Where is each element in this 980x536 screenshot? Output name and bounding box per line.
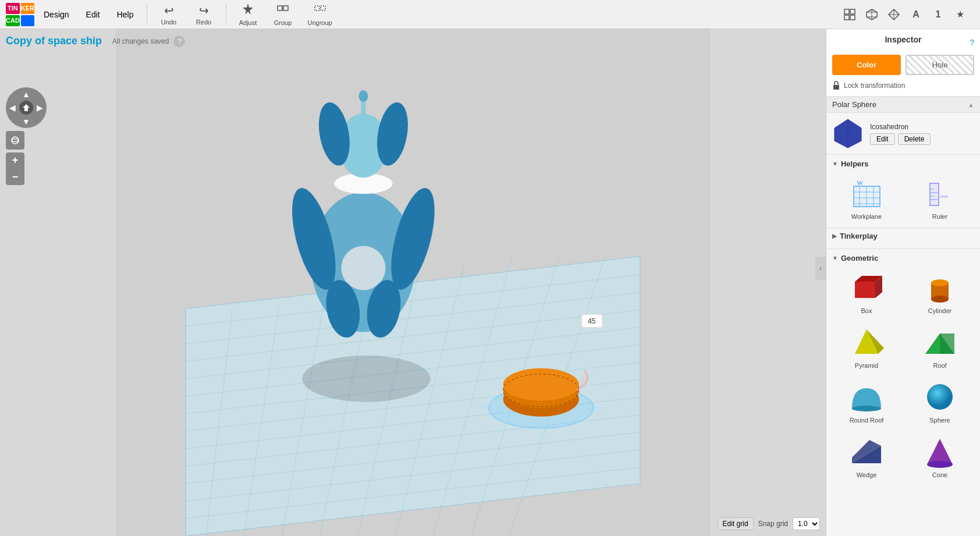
orbit-button[interactable] <box>6 131 24 150</box>
grid-view-icon[interactable] <box>841 6 858 23</box>
geometric-section: ▼ Geometric Box <box>826 249 980 486</box>
icosahedron-info: Icosahedron Edit Delete <box>870 123 974 145</box>
adjust-button[interactable]: Adjust <box>232 0 264 29</box>
right-panel: Inspector ? Color Hole Lock transformati… <box>826 29 980 536</box>
text-icon[interactable]: A <box>908 6 924 23</box>
angle-label-group: 45 <box>582 315 602 328</box>
color-button[interactable]: Color <box>832 55 901 75</box>
svg-rect-7 <box>850 9 855 14</box>
workplane-item[interactable]: W Workplane <box>832 173 901 223</box>
svg-rect-2 <box>283 6 288 10</box>
ruler-item[interactable]: mm Ruler <box>906 173 974 223</box>
inspector-type-buttons: Color Hole <box>832 55 974 75</box>
help-button[interactable]: ? <box>173 36 185 47</box>
svg-point-44 <box>341 246 385 290</box>
svg-point-96 <box>927 384 953 410</box>
menu-design[interactable]: Design <box>37 7 76 22</box>
zoom-in-button[interactable]: + <box>6 152 24 169</box>
group-label: Group <box>274 19 292 26</box>
cylinder-label: Cylinder <box>928 307 951 314</box>
icosahedron-label: Icosahedron <box>870 123 974 131</box>
cylinder-shape-item[interactable]: Cylinder <box>906 267 974 317</box>
number-icon[interactable]: 1 <box>930 6 946 23</box>
ungroup-icon <box>314 2 326 18</box>
3d-canvas: 45 <box>0 29 826 536</box>
diamond-view-icon[interactable] <box>886 6 902 23</box>
panel-collapse-button[interactable]: ‹ <box>815 257 826 280</box>
roof-shape-item[interactable]: Roof <box>906 322 974 372</box>
ungroup-button[interactable]: Ungroup <box>302 0 338 29</box>
pan-home-button[interactable] <box>19 101 33 115</box>
workplane-label: Workplane <box>851 213 882 220</box>
star-icon[interactable]: ★ <box>952 6 968 23</box>
svg-rect-79 <box>930 183 939 205</box>
cone-shape-item[interactable]: Cone <box>906 431 974 481</box>
hole-button[interactable]: Hole <box>906 55 974 75</box>
menu-edit[interactable]: Edit <box>79 7 107 22</box>
icosahedron-actions: Edit Delete <box>870 133 974 145</box>
pan-left-arrow[interactable]: ◀ <box>9 103 16 112</box>
round-roof-shape-item[interactable]: Round Roof <box>832 377 901 427</box>
svg-marker-17 <box>23 104 30 111</box>
svg-point-62 <box>503 368 579 401</box>
svg-marker-0 <box>243 3 253 15</box>
pan-up-arrow[interactable]: ▲ <box>22 90 30 99</box>
pyramid-label: Pyramid <box>855 362 878 369</box>
grid-controls: Edit grid Snap grid 1.0 0.5 2.0 <box>718 517 820 530</box>
icosahedron-preview <box>832 118 864 150</box>
cylinder-shape-icon <box>922 270 957 305</box>
lock-transformation-toggle[interactable]: Lock transformation <box>832 81 974 90</box>
box-shape-item[interactable]: Box <box>832 267 901 317</box>
undo-icon: ↩ <box>164 3 174 17</box>
project-title[interactable]: Copy of space ship <box>6 35 102 47</box>
viewport[interactable]: Copy of space ship All changes saved ? ▲… <box>0 29 826 536</box>
pyramid-shape-item[interactable]: Pyramid <box>832 322 901 372</box>
svg-rect-53 <box>361 99 365 131</box>
snap-grid-select[interactable]: 1.0 0.5 2.0 <box>793 517 820 530</box>
svg-text:W: W <box>857 179 863 186</box>
geometric-label: Geometric <box>841 254 878 262</box>
zoom-out-button[interactable]: − <box>6 169 24 185</box>
pan-right-arrow[interactable]: ▶ <box>37 103 43 112</box>
ungroup-label: Ungroup <box>308 19 332 26</box>
svg-rect-5 <box>321 6 325 10</box>
menu-help[interactable]: Help <box>110 7 141 22</box>
helpers-arrow: ▼ <box>832 161 838 167</box>
cube-view-icon[interactable] <box>864 6 880 23</box>
group-icon <box>276 2 289 18</box>
cone-shape-icon <box>922 434 957 469</box>
edit-grid-button[interactable]: Edit grid <box>718 517 754 530</box>
wedge-shape-item[interactable]: Wedge <box>832 431 901 481</box>
logo-tin: TIN <box>6 3 20 14</box>
svg-point-18 <box>12 137 19 144</box>
icosahedron-item: Icosahedron Edit Delete <box>826 113 980 155</box>
nav-controls: ▲ ◀ ▶ ▼ <box>6 87 47 185</box>
roof-label: Roof <box>933 362 946 369</box>
pan-down-arrow[interactable]: ▼ <box>22 117 30 126</box>
wedge-label: Wedge <box>857 471 877 478</box>
tinkerplay-header[interactable]: ▶ Tinkerplay <box>832 232 974 240</box>
inspector-help-button[interactable]: ? <box>970 38 974 47</box>
app-logo[interactable]: TIN KER CAD <box>6 3 34 26</box>
geometric-header[interactable]: ▼ Geometric <box>832 254 974 262</box>
svg-marker-94 <box>940 333 954 354</box>
sphere-shape-item[interactable]: Sphere <box>906 377 974 427</box>
delete-shape-button[interactable]: Delete <box>898 133 931 145</box>
edit-shape-button[interactable]: Edit <box>870 133 895 145</box>
helpers-grid: W Workplane mm <box>832 173 974 223</box>
tinkerplay-arrow: ▶ <box>832 233 837 239</box>
toolbar-separator-2 <box>226 4 226 24</box>
helpers-header[interactable]: ▼ Helpers <box>832 159 974 168</box>
tinkerplay-label: Tinkerplay <box>840 232 878 240</box>
group-button[interactable]: Group <box>267 0 299 29</box>
pan-control[interactable]: ▲ ◀ ▶ ▼ <box>6 87 47 128</box>
section-collapse-arrow[interactable]: ▲ <box>968 101 974 108</box>
adjust-icon <box>242 2 254 18</box>
undo-button[interactable]: ↩ Undo <box>153 1 185 28</box>
pyramid-shape-icon <box>849 325 884 360</box>
svg-rect-6 <box>844 9 849 14</box>
redo-button[interactable]: ↪ Redo <box>188 1 220 28</box>
ruler-label: Ruler <box>932 213 947 220</box>
svg-rect-1 <box>278 6 282 10</box>
box-label: Box <box>861 307 872 314</box>
